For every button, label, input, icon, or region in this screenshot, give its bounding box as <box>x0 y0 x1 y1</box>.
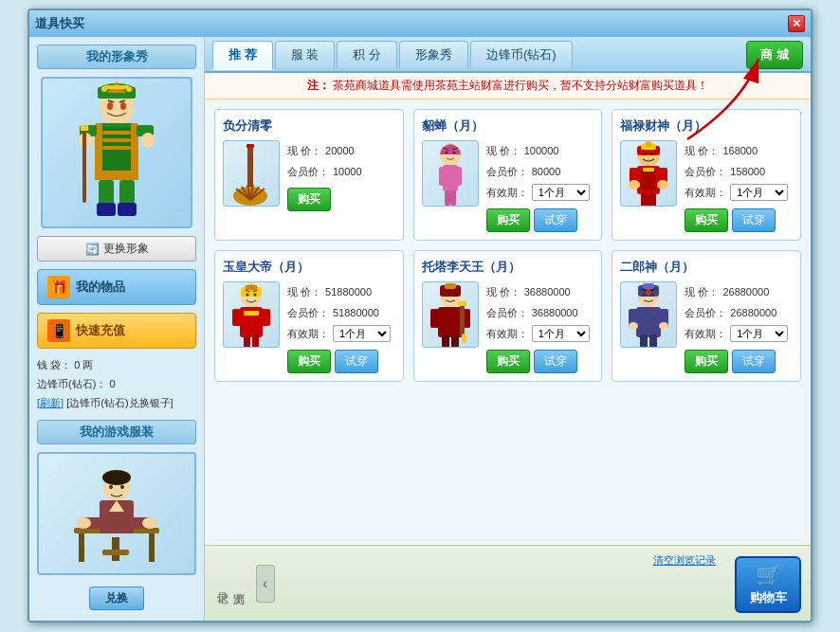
current-price-label: 现 价： <box>287 140 321 161</box>
period-row: 有效期： 1个月3个月6个月12个月 <box>486 323 594 344</box>
member-price-row: 会员价： 10000 <box>287 161 395 182</box>
svg-point-35 <box>102 470 131 485</box>
member-price-row: 会员价： 51880000 <box>287 302 395 323</box>
product-title: 负分清零 <box>223 117 395 135</box>
svg-point-81 <box>651 153 654 155</box>
svg-rect-85 <box>246 285 257 290</box>
buy-button[interactable]: 购买 <box>486 350 530 373</box>
product-image <box>223 281 280 348</box>
svg-rect-20 <box>82 127 86 203</box>
change-avatar-label: 更换形象 <box>103 241 149 257</box>
try-button[interactable]: 试穿 <box>534 208 577 232</box>
svg-rect-22 <box>95 171 138 180</box>
content-area: 我的形象秀 <box>29 37 811 621</box>
member-price-row: 会员价： 158000 <box>685 161 793 182</box>
member-price-label: 会员价： <box>287 161 329 182</box>
refresh-link[interactable]: [刷新] <box>37 397 64 408</box>
buy-button[interactable]: 购买 <box>287 350 331 373</box>
product-image <box>422 281 479 348</box>
main-window: 道具快买 ✕ 我的形象秀 <box>27 9 813 623</box>
cart-button[interactable]: 🛒 购物车 <box>735 556 801 613</box>
period-select[interactable]: 1个月3个月6个月12个月 <box>333 325 391 342</box>
product-info: 现 价： 36880000 会员价： 36880000 有效期： 1个月3个月6… <box>486 281 594 373</box>
my-items-button[interactable]: 🎁 我的物品 <box>37 269 196 305</box>
member-price-value: 80000 <box>532 161 561 182</box>
money-row: 钱 袋： 0 两 <box>37 356 196 375</box>
clear-history-link[interactable]: 清空浏览记录 <box>653 553 716 568</box>
tab-avatar[interactable]: 形象秀 <box>399 41 468 68</box>
current-price-value: 20000 <box>325 140 355 161</box>
product-title: 福禄财神（月） <box>620 117 793 135</box>
period-select[interactable]: 1个月3个月6个月12个月 <box>532 325 590 342</box>
quick-charge-label: 快速充值 <box>76 322 125 339</box>
svg-line-44 <box>107 481 115 482</box>
product-buttons: 购买 试穿 <box>486 208 594 232</box>
costume-character <box>60 457 173 570</box>
buy-button[interactable]: 购买 <box>486 208 530 232</box>
svg-point-80 <box>644 153 647 155</box>
member-price-label: 会员价： <box>287 302 329 323</box>
product-body: 现 价： 20000 会员价： 10000 购买 <box>223 140 395 211</box>
product-title: 貂蝉（月） <box>422 117 594 135</box>
period-row: 有效期： 1个月3个月6个月12个月 <box>287 323 395 344</box>
avatar-display <box>41 77 192 228</box>
period-select[interactable]: 1个月3个月6个月12个月 <box>730 325 788 342</box>
try-button[interactable]: 试穿 <box>534 350 577 373</box>
notice-text: 茶苑商城道具需使用茶苑主站财富进行购买，暂不支持分站财富购买道具！ <box>333 79 708 92</box>
try-button[interactable]: 试穿 <box>732 350 776 373</box>
period-label: 有效期： <box>287 323 329 344</box>
product-info: 现 价： 26880000 会员价： 26880000 有效期： 1个月3个月6… <box>685 281 793 373</box>
quick-charge-button[interactable]: 📱 快速充值 <box>37 313 196 349</box>
close-button[interactable]: ✕ <box>788 15 805 32</box>
svg-rect-100 <box>430 309 440 328</box>
product-buttons: 购买 试穿 <box>685 350 793 373</box>
member-price-label: 会员价： <box>685 161 726 182</box>
buy-button[interactable]: 购买 <box>685 208 728 232</box>
my-items-label: 我的物品 <box>76 279 125 296</box>
member-price-value: 51880000 <box>333 302 379 323</box>
product-card-5: 二郎神（月） 现 价： 26880000 <box>612 250 801 382</box>
svg-rect-60 <box>454 167 462 186</box>
svg-rect-31 <box>149 533 155 562</box>
change-avatar-icon: 🔄 <box>85 243 100 256</box>
tab-points[interactable]: 积 分 <box>337 41 397 68</box>
change-avatar-button[interactable]: 🔄 更换形象 <box>37 236 196 262</box>
diamond-value: 0 <box>109 378 115 389</box>
product-title: 二郎神（月） <box>620 259 793 276</box>
tabs-bar: 推 荐 服 装 积 分 形象秀 边锋币(钻石) 商 城 <box>205 37 811 73</box>
shop-button[interactable]: 商 城 <box>746 41 803 69</box>
window-title: 道具快买 <box>35 15 84 32</box>
tab-recommend[interactable]: 推 荐 <box>212 41 273 70</box>
current-price-value: 36880000 <box>524 281 571 302</box>
product-buttons: 购买 <box>287 188 395 211</box>
svg-point-41 <box>142 517 157 529</box>
product-body: 现 价： 168000 会员价： 158000 有效期： 1个月3个月6个月12… <box>620 140 793 232</box>
period-label: 有效期： <box>486 323 528 344</box>
try-button[interactable]: 试穿 <box>335 350 378 373</box>
svg-rect-25 <box>97 203 116 216</box>
cart-label: 购物车 <box>750 589 787 606</box>
tab-costume[interactable]: 服 装 <box>275 41 336 68</box>
svg-rect-11 <box>102 131 131 135</box>
svg-rect-56 <box>247 144 254 148</box>
period-select[interactable]: 1个月3个月6个月12个月 <box>730 184 788 201</box>
product-image <box>620 140 677 207</box>
svg-rect-59 <box>439 167 447 186</box>
product-info: 现 价： 51880000 会员价： 51880000 有效期： 1个月3个月6… <box>287 281 395 373</box>
buy-button[interactable]: 购买 <box>685 350 728 373</box>
product-body: 现 价： 100000 会员价： 80000 有效期： 1个月3个月6个月12个… <box>422 140 594 232</box>
svg-rect-4 <box>104 85 129 89</box>
nav-left-button[interactable]: ‹ <box>256 565 275 603</box>
exchange-button[interactable]: 兑换 <box>89 587 144 610</box>
svg-rect-106 <box>451 334 459 347</box>
try-button[interactable]: 试穿 <box>732 208 776 232</box>
buy-button[interactable]: 购买 <box>287 188 331 211</box>
product-title: 托塔李天王（月） <box>422 259 594 276</box>
svg-point-107 <box>445 294 447 297</box>
tab-diamond[interactable]: 边锋币(钻石) <box>470 41 573 68</box>
avatar-character <box>64 80 169 226</box>
member-price-label: 会员价： <box>486 302 528 323</box>
period-select[interactable]: 1个月3个月6个月12个月 <box>532 184 590 201</box>
exchange-text: [边锋币(钻石)兑换银子] <box>66 397 173 408</box>
member-price-label: 会员价： <box>685 302 726 323</box>
